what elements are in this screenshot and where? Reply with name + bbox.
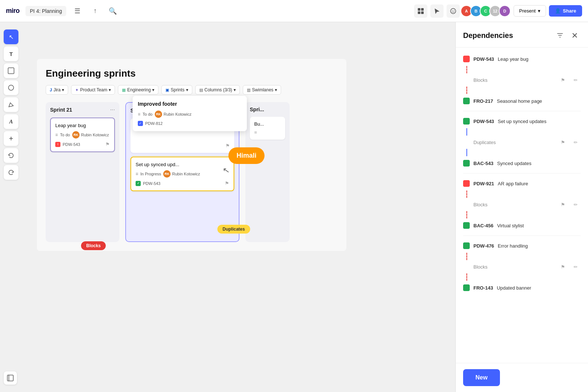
present-button[interactable]: Present ▾ bbox=[514, 5, 546, 17]
svg-rect-3 bbox=[421, 11, 424, 14]
himali-bubble: Himali bbox=[228, 147, 265, 164]
left-toolbar: ↖ T A + bbox=[4, 29, 18, 180]
sprint-21-column: Sprint 21 ··· Leap year bug ≡ To do RK R… bbox=[46, 102, 119, 242]
dep-relation-1: Blocks ⚑ ✏ bbox=[456, 73, 588, 87]
filter-sprints[interactable]: ▣ Sprints ▾ bbox=[161, 85, 192, 95]
card-synced-updates[interactable]: Set up synced upd... ≡ In Progress RK Ru… bbox=[130, 157, 234, 191]
sprint-21-header: Sprint 21 ··· bbox=[50, 106, 115, 113]
dep-connector-dashed-1b bbox=[466, 87, 588, 94]
redo-button[interactable] bbox=[4, 165, 18, 180]
search-icon[interactable]: 🔍 bbox=[106, 4, 119, 18]
filter-engineering[interactable]: ▦ Engineering ▾ bbox=[118, 85, 158, 95]
card-sprint23-partial[interactable]: Bu... ≡ bbox=[250, 117, 285, 140]
dep-relation-3: Blocks ⚑ ✏ bbox=[456, 198, 588, 211]
dep-close-button[interactable] bbox=[569, 29, 581, 41]
apps-button[interactable] bbox=[414, 4, 427, 18]
card-leap-year-bug[interactable]: Leap year bug ≡ To do RK Rubin Kotowicz … bbox=[50, 118, 115, 152]
sprint-21-name: Sprint 21 bbox=[50, 107, 72, 113]
marker-tool[interactable]: A bbox=[4, 114, 18, 129]
sprint-23-name: Spri... bbox=[250, 106, 264, 112]
cursor-button[interactable] bbox=[430, 4, 444, 18]
dep-action-edit-4[interactable]: ✏ bbox=[570, 262, 581, 272]
filter-product-team[interactable]: ✦ Product Team ▾ bbox=[71, 85, 115, 95]
dep-item-bac456[interactable]: BAC-456 Virtual stylist bbox=[456, 218, 588, 232]
dep-relation-actions-3: ⚑ ✏ bbox=[558, 199, 581, 210]
dep-item-fro217[interactable]: FRO-217 Seasonal home page bbox=[456, 94, 588, 108]
text-tool[interactable]: T bbox=[4, 46, 18, 61]
card-leap-year-bug-meta: ≡ To do RK Rubin Kotowicz bbox=[55, 131, 110, 139]
floating-card-title: Improved footer bbox=[138, 101, 242, 107]
shapes-tool[interactable] bbox=[4, 80, 18, 95]
emojis-button[interactable] bbox=[447, 4, 460, 18]
dep-header: Dependencies bbox=[456, 22, 588, 48]
avatars-group[interactable]: A B C 12 D bbox=[463, 5, 511, 17]
sprint-23-column: Spri... Bu... ≡ bbox=[245, 102, 290, 242]
dep-relation-actions-2: ⚑ ✏ bbox=[558, 137, 581, 147]
dep-header-icons bbox=[554, 29, 581, 41]
board-filters: J Jira ▾ ✦ Product Team ▾ ▦ Engineering … bbox=[46, 85, 337, 95]
board-title: Engineering sprints bbox=[46, 68, 337, 79]
export-icon[interactable]: ↑ bbox=[88, 4, 102, 18]
dep-icon-green-1 bbox=[463, 98, 470, 104]
panel-toggle[interactable] bbox=[4, 371, 17, 385]
himali-tooltip: ↖ Himali bbox=[228, 147, 265, 164]
dep-icon-green-5 bbox=[463, 242, 470, 249]
dep-relation-4: Blocks ⚑ ✏ bbox=[456, 260, 588, 273]
dep-item-fro143[interactable]: FRO-143 Updated banner bbox=[456, 281, 588, 295]
dep-list: PDW-543 Leap year bug Blocks ⚑ ✏ FRO-217… bbox=[456, 48, 588, 363]
floating-card-meta: ≡ To do RK Rubin Kotowicz bbox=[138, 111, 242, 118]
dep-action-flag-1[interactable]: ⚑ bbox=[558, 75, 568, 85]
floating-card-improved-footer[interactable]: Improved footer ≡ To do RK Rubin Kotowic… bbox=[133, 96, 247, 131]
dep-item-bac543[interactable]: BAC-543 Synced updates bbox=[456, 156, 588, 170]
card-leap-year-ticket: ! PDW-543 ⚑ bbox=[55, 141, 110, 147]
new-dependency-button[interactable]: New bbox=[463, 369, 500, 386]
more-tools[interactable]: + bbox=[4, 131, 18, 146]
dep-item-pdw543-leap[interactable]: PDW-543 Leap year bug bbox=[456, 52, 588, 66]
svg-rect-13 bbox=[8, 68, 14, 74]
card-leap-year-bug-title: Leap year bug bbox=[55, 123, 110, 128]
svg-rect-1 bbox=[421, 8, 424, 11]
floating-card-ticket: ✓ PDW-812 bbox=[138, 121, 242, 126]
card-synced-updates-title: Set up synced upd... bbox=[136, 162, 229, 167]
card-dropdown-flag: ⚑ bbox=[135, 143, 230, 148]
dep-action-edit-2[interactable]: ✏ bbox=[570, 137, 581, 147]
dep-action-flag-4[interactable]: ⚑ bbox=[558, 262, 568, 272]
dep-separator-1 bbox=[463, 111, 581, 111]
dep-filter-button[interactable] bbox=[554, 29, 566, 41]
dep-item-pdw476[interactable]: PDW-476 Error handling bbox=[456, 239, 588, 253]
dep-action-flag-2[interactable]: ⚑ bbox=[558, 137, 568, 147]
ticket-icon-pdw-543: ! bbox=[55, 142, 60, 147]
dep-title: Dependencies bbox=[463, 31, 513, 40]
board-name[interactable]: PI 4: Planning bbox=[25, 6, 66, 16]
dep-group-1: PDW-543 Leap year bug Blocks ⚑ ✏ FRO-217… bbox=[456, 50, 588, 109]
dep-item-pdw543-synced[interactable]: PDW-543 Set up synced updates bbox=[456, 114, 588, 128]
filter-columns[interactable]: ▤ Columns (3/3) ▾ bbox=[195, 85, 240, 95]
dep-footer: New bbox=[456, 363, 588, 392]
dep-connector-dashed-1 bbox=[466, 66, 588, 73]
undo-button[interactable] bbox=[4, 148, 18, 163]
card-synced-updates-ticket: ✓ PDW-543 ⚑ bbox=[136, 181, 229, 186]
dep-action-edit-1[interactable]: ✏ bbox=[570, 75, 581, 85]
dep-icon-green-6 bbox=[463, 284, 470, 291]
sprint-21-menu[interactable]: ··· bbox=[110, 106, 115, 113]
select-tool[interactable]: ↖ bbox=[4, 29, 18, 44]
board-frame: Engineering sprints J Jira ▾ ✦ Product T… bbox=[37, 59, 346, 251]
filter-swimlanes[interactable]: ▥ Swimlanes ▾ bbox=[243, 85, 281, 95]
dep-connector-dashed-4b bbox=[466, 273, 588, 281]
card-synced-flag: ⚑ bbox=[225, 181, 229, 186]
card-sprint23-icon: ≡ bbox=[254, 130, 281, 135]
dep-connector-dashed-3b bbox=[466, 211, 588, 218]
filter-jira[interactable]: J Jira ▾ bbox=[46, 85, 68, 95]
pen-tool[interactable] bbox=[4, 97, 18, 112]
sticky-tool[interactable] bbox=[4, 63, 18, 78]
dep-group-4: PDW-476 Error handling Blocks ⚑ ✏ FRO-14… bbox=[456, 237, 588, 296]
dep-separator-3 bbox=[463, 235, 581, 236]
dep-item-pdw921[interactable]: PDW-921 AR app failure bbox=[456, 176, 588, 190]
svg-point-4 bbox=[451, 8, 456, 14]
menu-icon[interactable]: ☰ bbox=[71, 4, 84, 18]
dep-action-flag-3[interactable]: ⚑ bbox=[558, 199, 568, 210]
svg-point-6 bbox=[454, 10, 455, 11]
share-button[interactable]: 👤 Share bbox=[549, 5, 582, 17]
dep-action-edit-3[interactable]: ✏ bbox=[570, 199, 581, 210]
svg-point-14 bbox=[8, 85, 14, 90]
